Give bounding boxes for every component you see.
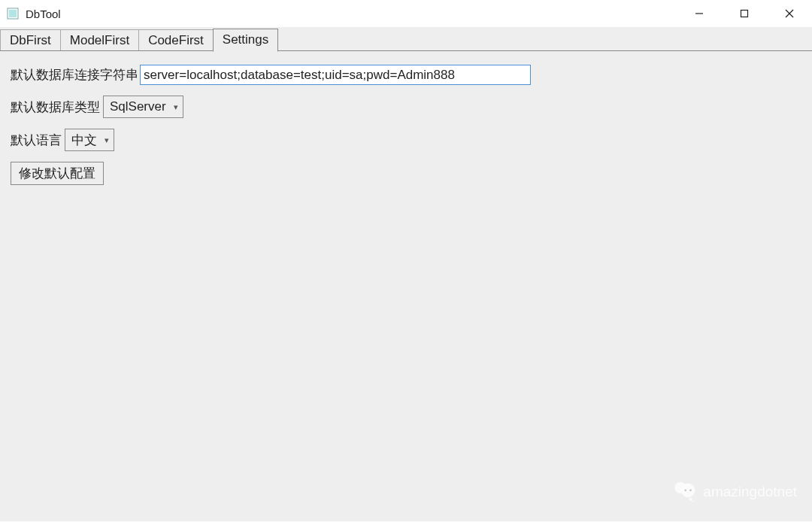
svg-point-9 [690,490,692,492]
conn-string-label: 默认数据库连接字符串 [11,66,138,83]
db-type-select[interactable]: SqlServer ▾ [103,96,183,118]
app-title: DbTool [26,8,61,20]
tab-dbfirst[interactable]: DbFirst [0,29,61,52]
watermark: amazingdotnet [671,477,797,506]
chat-bubbles-icon [671,477,697,506]
language-label: 默认语言 [11,132,62,149]
svg-point-11 [692,500,694,502]
db-type-value: SqlServer [110,99,166,114]
row-language: 默认语言 中文 ▾ [11,129,801,151]
svg-point-10 [689,498,692,501]
tab-content-settings: 默认数据库连接字符串 默认数据库类型 SqlServer ▾ 默认语言 中文 ▾… [0,50,812,521]
tab-codefirst[interactable]: CodeFirst [138,29,214,52]
chevron-down-icon: ▾ [174,102,178,112]
chevron-down-icon: ▾ [105,135,109,145]
language-value: 中文 [71,132,97,149]
watermark-text: amazingdotnet [703,484,797,500]
app-icon [6,7,20,20]
close-button[interactable] [767,0,812,27]
tab-settings[interactable]: Settings [213,29,278,52]
svg-point-7 [681,484,695,498]
svg-rect-1 [9,10,17,17]
save-default-config-button[interactable]: 修改默认配置 [11,162,104,185]
tab-bar: DbFirst ModelFirst CodeFirst Settings [0,27,812,51]
row-db-type: 默认数据库类型 SqlServer ▾ [11,96,801,118]
row-save: 修改默认配置 [11,162,801,185]
titlebar: DbTool [0,0,812,27]
window-controls [677,0,812,27]
svg-point-8 [685,490,687,492]
db-type-label: 默认数据库类型 [11,99,100,116]
conn-string-input[interactable] [140,65,531,85]
tab-modelfirst[interactable]: ModelFirst [60,29,139,52]
language-select[interactable]: 中文 ▾ [65,129,114,151]
svg-rect-3 [741,11,748,17]
row-conn-string: 默认数据库连接字符串 [11,65,801,85]
maximize-button[interactable] [722,0,767,27]
minimize-button[interactable] [677,0,722,27]
